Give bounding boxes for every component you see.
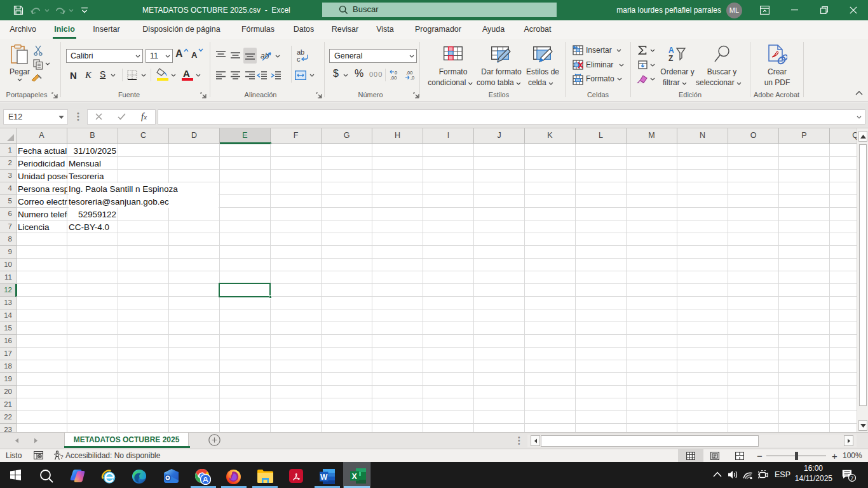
svg-text:Z: Z bbox=[668, 54, 673, 63]
svg-text:ab: ab bbox=[261, 51, 269, 60]
svg-text:,00: ,00 bbox=[390, 75, 397, 80]
svg-text:X: X bbox=[352, 472, 358, 481]
svg-text:c: c bbox=[297, 55, 301, 63]
svg-text:A: A bbox=[668, 46, 674, 55]
svg-text:?: ? bbox=[60, 454, 64, 460]
svg-text:7: 7 bbox=[850, 475, 853, 482]
svg-text:W: W bbox=[320, 473, 328, 482]
svg-text:,0: ,0 bbox=[410, 75, 414, 80]
